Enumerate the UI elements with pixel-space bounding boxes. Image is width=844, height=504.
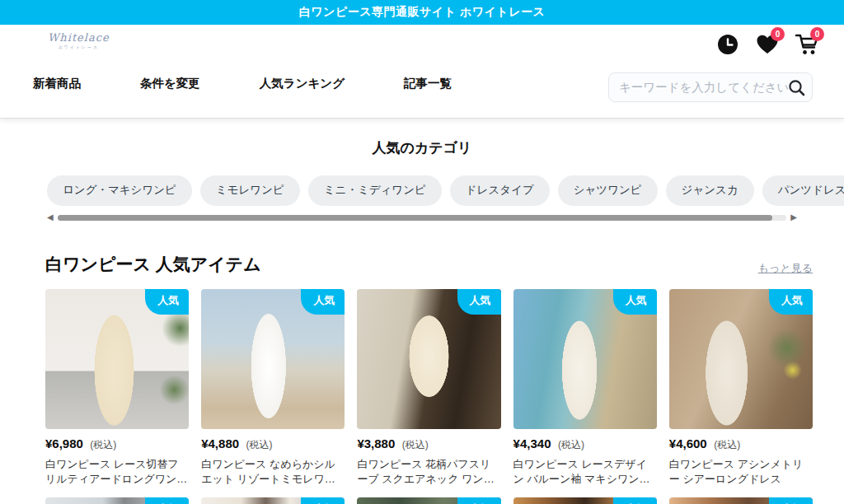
popular-items-title: 白ワンピース 人気アイテム xyxy=(45,253,261,276)
product-price: ¥3,880 xyxy=(357,436,395,450)
popular-badge: 人気 xyxy=(769,289,813,315)
favorites-count-badge: 0 xyxy=(771,27,785,41)
category-pill-mini-midi[interactable]: ミニ・ミディワンピ xyxy=(308,175,442,206)
popular-badge: 人気 xyxy=(769,497,813,504)
main-nav: 新着商品 条件を変更 人気ランキング 記事一覧 xyxy=(33,76,452,91)
popular-items-header: 白ワンピース 人気アイテム もっと見る xyxy=(45,253,813,276)
product-card[interactable]: 人気 ¥4,880 (税込) 白ワンピース なめらかシルエット リゾートミモレワ… xyxy=(201,289,345,487)
product-image[interactable]: 人気 xyxy=(669,289,813,429)
product-price: ¥6,980 xyxy=(45,436,83,450)
product-card[interactable]: 人気 xyxy=(513,497,657,504)
scrollbar-track[interactable] xyxy=(58,215,787,221)
product-image[interactable]: 人気 xyxy=(45,289,189,429)
product-image[interactable]: 人気 xyxy=(513,289,657,429)
scrollbar-thumb[interactable] xyxy=(58,215,772,221)
product-card[interactable]: 人気 ¥3,880 (税込) 白ワンピース 花柄パフスリーブ スクエアネック ワ… xyxy=(357,289,500,487)
favorites-button[interactable]: 0 xyxy=(753,30,781,58)
product-price: ¥4,340 xyxy=(513,436,551,450)
popular-badge: 人気 xyxy=(145,497,189,504)
nav-item-ranking[interactable]: 人気ランキング xyxy=(260,76,345,91)
product-image[interactable]: 人気 xyxy=(513,497,657,504)
cart-count-badge: 0 xyxy=(810,27,824,41)
product-card[interactable]: 人気 ¥6,980 (税込) 白ワンピース レース切替フリルティアードロングワン… xyxy=(45,289,189,487)
product-card[interactable]: 人気 xyxy=(669,497,813,504)
site-logo-text: Whitelace xyxy=(48,31,110,44)
category-pill-dress-type[interactable]: ドレスタイプ xyxy=(450,175,550,206)
category-pill-pants-dress[interactable]: パンツドレス xyxy=(762,175,844,206)
product-price: ¥4,600 xyxy=(669,436,707,450)
product-title[interactable]: 白ワンピース 花柄パフスリーブ スクエアネック ワンピース xyxy=(357,457,500,487)
product-grid-row2: 人気 人気 人気 人気 人気 xyxy=(45,497,813,504)
nav-item-articles[interactable]: 記事一覧 xyxy=(404,76,452,91)
popular-badge: 人気 xyxy=(457,497,501,504)
popular-badge: 人気 xyxy=(301,497,345,504)
product-card[interactable]: 人気 xyxy=(201,497,345,504)
nav-item-change-conditions[interactable]: 条件を変更 xyxy=(140,76,200,91)
header-icon-group: 0 0 xyxy=(714,30,821,58)
scroll-left-arrow[interactable]: ◀ xyxy=(47,213,54,222)
product-title[interactable]: 白ワンピース なめらかシルエット リゾートミモレワンピー xyxy=(201,457,345,487)
product-image[interactable]: 人気 xyxy=(357,289,500,429)
tax-included-label: (税込) xyxy=(246,439,273,450)
popular-items-section: 白ワンピース 人気アイテム もっと見る 人気 ¥6,980 (税込) 白ワンピー… xyxy=(45,253,813,504)
category-pill-mimore[interactable]: ミモレワンピ xyxy=(200,175,300,206)
product-title[interactable]: 白ワンピース レース切替フリルティアードロングワンピー xyxy=(45,457,189,487)
site-banner-title: 白ワンピース専門通販サイト ホワイトレース xyxy=(299,5,546,20)
product-card[interactable]: 人気 xyxy=(45,497,189,504)
search-icon[interactable] xyxy=(788,79,805,96)
category-scrollbar: ◀ ▶ xyxy=(47,213,797,222)
categories-title: 人気のカテゴリ xyxy=(0,138,844,157)
product-image[interactable]: 人気 xyxy=(669,497,813,504)
clock-icon xyxy=(717,34,738,55)
category-pill-row: ロング・マキシワンピ ミモレワンピ ミニ・ミディワンピ ドレスタイプ シャツワン… xyxy=(47,175,844,206)
site-header: Whitelace ホワイトレース 0 0 新着商品 xyxy=(0,25,844,119)
category-pill-long-maxi[interactable]: ロング・マキシワンピ xyxy=(47,175,192,206)
popular-badge: 人気 xyxy=(145,289,189,315)
see-more-link[interactable]: もっと見る xyxy=(758,261,813,276)
scroll-right-arrow[interactable]: ▶ xyxy=(790,213,797,222)
tax-included-label: (税込) xyxy=(558,439,584,450)
cart-button[interactable]: 0 xyxy=(793,30,821,58)
product-price: ¥4,880 xyxy=(201,436,239,450)
price-row: ¥3,880 (税込) xyxy=(357,436,500,452)
price-row: ¥4,880 (税込) xyxy=(201,436,345,452)
categories-section: 人気のカテゴリ ロング・マキシワンピ ミモレワンピ ミニ・ミディワンピ ドレスタ… xyxy=(0,119,844,222)
search-input[interactable] xyxy=(619,81,788,94)
product-title[interactable]: 白ワンピース レースデザイン バルーン袖 マキシワンピース xyxy=(513,457,657,487)
tax-included-label: (税込) xyxy=(402,439,429,450)
category-pill-jumper-skirt[interactable]: ジャンスカ xyxy=(666,175,754,206)
popular-badge: 人気 xyxy=(457,289,501,315)
product-image[interactable]: 人気 xyxy=(201,289,345,429)
site-logo-tagline: ホワイトレース xyxy=(48,44,110,49)
site-logo[interactable]: Whitelace ホワイトレース xyxy=(48,31,110,49)
tax-included-label: (税込) xyxy=(714,439,740,450)
nav-item-new-items[interactable]: 新着商品 xyxy=(33,76,81,91)
product-image[interactable]: 人気 xyxy=(357,497,500,504)
history-button[interactable] xyxy=(714,30,742,58)
product-title[interactable]: 白ワンピース アシンメトリー シアーロングドレス xyxy=(669,457,813,487)
product-grid-row1: 人気 ¥6,980 (税込) 白ワンピース レース切替フリルティアードロングワン… xyxy=(45,289,813,487)
popular-badge: 人気 xyxy=(613,497,657,504)
price-row: ¥4,600 (税込) xyxy=(669,436,813,452)
product-card[interactable]: 人気 xyxy=(357,497,500,504)
site-banner[interactable]: 白ワンピース専門通販サイト ホワイトレース xyxy=(0,0,844,25)
search-box xyxy=(608,72,813,102)
price-row: ¥4,340 (税込) xyxy=(513,436,657,452)
popular-badge: 人気 xyxy=(613,289,657,315)
product-image[interactable]: 人気 xyxy=(201,497,345,504)
product-image[interactable]: 人気 xyxy=(45,497,189,504)
category-pill-shirt[interactable]: シャツワンピ xyxy=(558,175,658,206)
price-row: ¥6,980 (税込) xyxy=(45,436,189,452)
product-card[interactable]: 人気 ¥4,340 (税込) 白ワンピース レースデザイン バルーン袖 マキシワ… xyxy=(513,289,657,487)
popular-badge: 人気 xyxy=(301,289,345,315)
tax-included-label: (税込) xyxy=(90,439,116,450)
product-card[interactable]: 人気 ¥4,600 (税込) 白ワンピース アシンメトリー シアーロングドレス xyxy=(669,289,813,487)
